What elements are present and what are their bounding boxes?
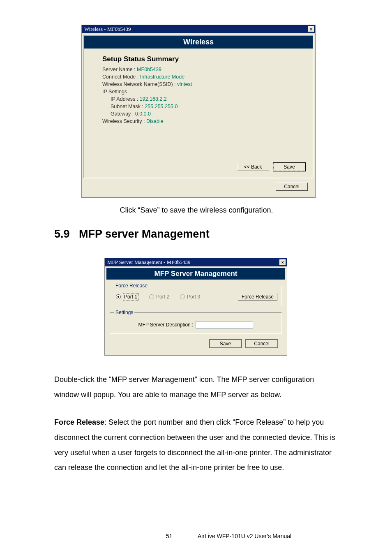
subnet-value: 255.255.255.0 <box>145 104 178 109</box>
mfp-cancel-button[interactable]: Cancel <box>246 340 278 348</box>
port1-label: Port 1 <box>123 293 138 301</box>
radio-off-icon <box>180 294 185 299</box>
manual-name: AirLive WFP-101U v2 User’s Manual <box>198 533 291 539</box>
page-footer: 51 AirLive WFP-101U v2 User’s Manual <box>0 533 392 539</box>
para2-bold: Force Release <box>54 418 104 426</box>
paragraph-1: Double-click the “MFP server Management”… <box>54 372 339 402</box>
security-value: Disable <box>146 118 164 124</box>
server-name-value: MF0b5439 <box>137 67 161 72</box>
wireless-banner-label: Wireless <box>183 38 214 46</box>
settings-legend: Settings <box>114 310 134 315</box>
subnet-row: Subnet Mask : 255.255.255.0 <box>102 104 309 109</box>
desc-input[interactable] <box>196 321 253 328</box>
port2-radio: Port 2 <box>149 294 169 300</box>
paragraph-2: Force Release: Select the port number an… <box>54 415 339 476</box>
ip-settings-label: IP Settings <box>102 89 309 95</box>
port2-label: Port 2 <box>156 294 169 300</box>
ssid-value: vintest <box>177 81 192 87</box>
ssid-label: Wireless Network Name(SSID) : <box>102 81 176 87</box>
back-button[interactable]: << Back <box>237 163 269 171</box>
close-icon[interactable]: × <box>308 26 314 32</box>
security-row: Wireless Security : Disable <box>102 118 309 124</box>
caption-save: Click “Save” to save the wireless config… <box>54 206 339 215</box>
ip-address-value: 192.168.2.2 <box>140 96 167 102</box>
mfp-banner: MFP Server Management <box>106 268 285 280</box>
mfp-banner-label: MFP Server Management <box>154 270 238 278</box>
port3-radio: Port 3 <box>180 294 200 300</box>
section-heading: 5.9 MFP server Management <box>54 228 339 240</box>
ip-address-label: IP Address : <box>111 96 138 102</box>
server-name-row: Server Name : MF0b5439 <box>102 67 309 72</box>
security-label: Wireless Security : <box>102 118 145 124</box>
summary-title: Setup Status Summary <box>102 55 309 63</box>
settings-group: Settings MFP Server Description : <box>110 310 282 334</box>
ip-address-row: IP Address : 192.168.2.2 <box>102 96 309 102</box>
mfp-dialog: MFP Server Management - MF0b5439 × MFP S… <box>104 258 287 356</box>
radio-on-icon <box>116 294 121 299</box>
port1-radio[interactable]: Port 1 <box>116 293 138 301</box>
mfp-titlebar: MFP Server Management - MF0b5439 × <box>105 258 287 266</box>
port3-label: Port 3 <box>187 294 200 300</box>
connect-mode-row: Connect Mode : Infrastructure Mode <box>102 74 309 80</box>
section-title: MFP server Management <box>79 228 210 240</box>
gateway-value: 0.0.0.0 <box>135 111 151 117</box>
force-release-group: Force Release Port 1 Port 2 Port 3 Force <box>110 283 282 306</box>
mfp-window-title: MFP Server Management - MF0b5439 <box>107 259 190 266</box>
radio-off-icon <box>149 294 154 299</box>
wireless-titlebar: Wireless - MF0b5439 × <box>82 25 315 33</box>
cancel-button[interactable]: Cancel <box>276 183 308 191</box>
page-number: 51 <box>54 533 196 539</box>
connect-mode-label: Connect Mode : <box>102 74 138 80</box>
close-icon[interactable]: × <box>279 259 286 265</box>
connect-mode-value: Infrastructure Mode <box>140 74 184 80</box>
gateway-label: Gateway : <box>111 111 134 117</box>
ssid-row: Wireless Network Name(SSID) : vintest <box>102 81 309 87</box>
force-release-button[interactable]: Force Release <box>238 293 277 301</box>
force-release-legend: Force Release <box>114 283 149 289</box>
wireless-banner: Wireless <box>84 36 313 49</box>
desc-label: MFP Server Description : <box>138 322 194 328</box>
subnet-label: Subnet Mask : <box>111 104 143 109</box>
gateway-row: Gateway : 0.0.0.0 <box>102 111 309 117</box>
section-number: 5.9 <box>54 228 70 240</box>
save-button[interactable]: Save <box>273 163 305 171</box>
server-name-label: Server Name : <box>102 67 136 72</box>
wireless-dialog: Wireless - MF0b5439 × Wireless Setup Sta… <box>81 25 316 198</box>
wireless-window-title: Wireless - MF0b5439 <box>84 26 131 32</box>
mfp-save-button[interactable]: Save <box>210 340 242 348</box>
